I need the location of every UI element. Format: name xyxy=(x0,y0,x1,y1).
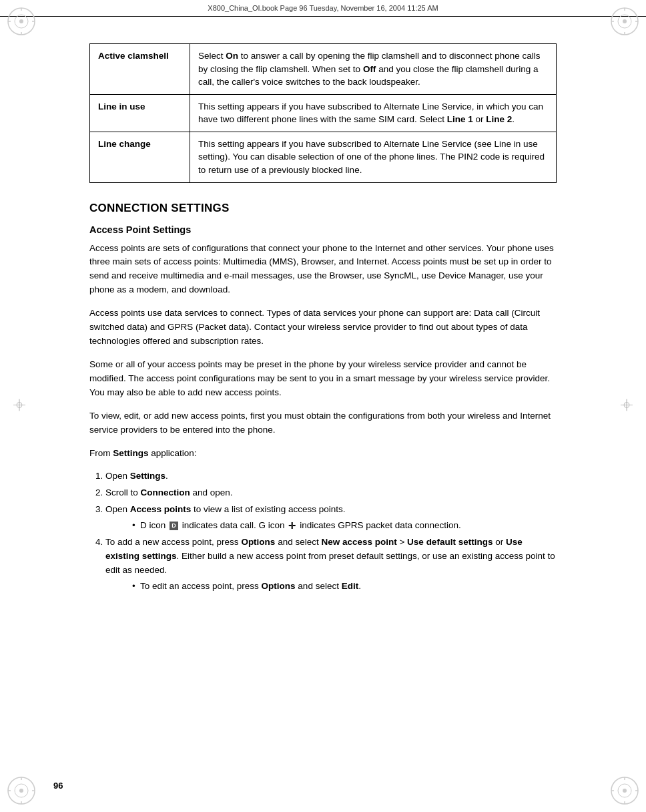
step-2: Scroll to Connection and open. xyxy=(105,486,557,500)
steps-list: Open Settings. Scroll to Connection and … xyxy=(105,469,557,593)
side-marker-right xyxy=(621,399,633,413)
paragraph-5: From Settings application: xyxy=(89,447,557,461)
paragraph-3: Some or all of your access points may be… xyxy=(89,358,557,400)
section-sub-title: Access Point Settings xyxy=(89,224,557,235)
table-row: Line change This setting appears if you … xyxy=(90,132,557,182)
table-desc-line-in-use: This setting appears if you have subscri… xyxy=(190,94,557,132)
bullet-edit: To edit an access point, press Options a… xyxy=(132,580,557,594)
table-row: Active clamshell Select On to answer a c… xyxy=(90,44,557,95)
page-wrapper: X800_China_OI.book Page 96 Tuesday, Nove… xyxy=(0,0,646,812)
step-3: Open Access points to view a list of exi… xyxy=(105,503,557,533)
table-desc-line-change: This setting appears if you have subscri… xyxy=(190,132,557,182)
d-icon: D xyxy=(170,522,178,530)
corner-decoration-bl xyxy=(5,775,37,807)
settings-table: Active clamshell Select On to answer a c… xyxy=(89,43,557,183)
g-icon: ✛ xyxy=(288,520,296,533)
svg-point-13 xyxy=(623,19,627,23)
header-text: X800_China_OI.book Page 96 Tuesday, Nove… xyxy=(208,4,438,12)
svg-point-6 xyxy=(19,19,23,23)
svg-point-27 xyxy=(623,789,627,793)
step-1: Open Settings. xyxy=(105,469,557,483)
bullet-d-icon: D icon D indicates data call. G icon ✛ i… xyxy=(132,519,557,533)
step-4-bullets: To edit an access point, press Options a… xyxy=(132,580,557,594)
header-bar: X800_China_OI.book Page 96 Tuesday, Nove… xyxy=(0,0,646,17)
table-row: Line in use This setting appears if you … xyxy=(90,94,557,132)
table-label-line-in-use: Line in use xyxy=(90,94,190,132)
paragraph-2: Access points use data services to conne… xyxy=(89,307,557,349)
corner-decoration-br xyxy=(609,775,641,807)
table-label-active-clamshell: Active clamshell xyxy=(90,44,190,95)
content-area: Active clamshell Select On to answer a c… xyxy=(36,17,610,638)
step-4: To add a new access point, press Options… xyxy=(105,536,557,594)
corner-decoration-tl xyxy=(5,5,37,37)
paragraph-1: Access points are sets of configurations… xyxy=(89,242,557,298)
corner-decoration-tr xyxy=(609,5,641,37)
side-marker-left xyxy=(13,399,25,413)
paragraph-4: To view, edit, or add new access points,… xyxy=(89,409,557,437)
svg-point-20 xyxy=(19,789,23,793)
page-number: 96 xyxy=(53,781,63,791)
section-title: CONNECTION SETTINGS xyxy=(89,202,557,215)
table-desc-active-clamshell: Select On to answer a call by opening th… xyxy=(190,44,557,95)
table-label-line-change: Line change xyxy=(90,132,190,182)
step-3-bullets: D icon D indicates data call. G icon ✛ i… xyxy=(132,519,557,533)
